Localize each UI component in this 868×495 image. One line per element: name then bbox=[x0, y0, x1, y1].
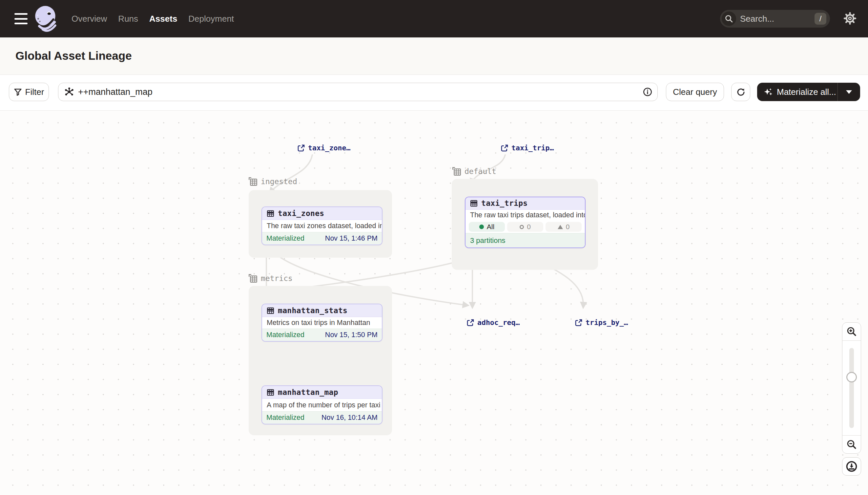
group-table-icon bbox=[248, 176, 258, 186]
asset-node-manhattan-map[interactable]: manhattan_map A map of the number of tri… bbox=[262, 386, 383, 424]
zoom-controls bbox=[842, 322, 861, 454]
nav-item-overview[interactable]: Overview bbox=[72, 14, 107, 24]
asset-status-footer: Materialized Nov 15, 1:50 PM bbox=[262, 328, 382, 341]
asset-node-taxi-trips[interactable]: taxi_trips The raw taxi trips dataset, l… bbox=[465, 197, 586, 248]
search-icon bbox=[722, 12, 736, 26]
filter-label: Filter bbox=[25, 87, 44, 97]
external-asset-taxi-zone[interactable]: taxi_zone… bbox=[297, 144, 350, 152]
asset-name: taxi_trips bbox=[481, 199, 528, 207]
materialize-all-split-button[interactable]: Materialize all... bbox=[757, 83, 860, 101]
sparkle-icon bbox=[764, 87, 773, 97]
partitions-missing-count: 0 bbox=[566, 223, 570, 231]
asset-description: The raw taxi zones dataset, loaded int..… bbox=[262, 220, 382, 232]
group-table-icon bbox=[452, 167, 462, 176]
search-input[interactable] bbox=[740, 14, 815, 24]
group-table-icon bbox=[248, 273, 258, 283]
asset-description: The raw taxi trips dataset, loaded into … bbox=[465, 210, 585, 221]
materialize-options-dropdown[interactable] bbox=[838, 90, 860, 94]
global-search[interactable]: / bbox=[720, 10, 830, 28]
external-asset-adhoc-req[interactable]: adhoc_req… bbox=[466, 319, 520, 327]
materialized-status: Materialized bbox=[266, 234, 304, 243]
menu-icon[interactable] bbox=[14, 13, 28, 24]
asset-name: taxi_zones bbox=[278, 209, 324, 218]
materialized-timestamp[interactable]: Nov 15, 1:50 PM bbox=[325, 331, 377, 339]
materialize-all-label: Materialize all... bbox=[777, 87, 836, 97]
partitions-failed-pill[interactable]: 0 bbox=[507, 222, 543, 232]
group-label-metrics[interactable]: metrics bbox=[248, 273, 293, 283]
materialized-timestamp[interactable]: Nov 16, 10:14 AM bbox=[321, 414, 377, 422]
asset-node-taxi-zones[interactable]: taxi_zones The raw taxi zones dataset, l… bbox=[262, 206, 383, 245]
external-link-icon bbox=[297, 144, 305, 152]
external-asset-taxi-trip[interactable]: taxi_trip… bbox=[501, 144, 554, 152]
asset-selection-input-wrap bbox=[58, 83, 658, 101]
dagster-logo-icon[interactable] bbox=[34, 5, 57, 34]
asset-node-header: taxi_zones bbox=[262, 207, 382, 220]
top-navigation-bar: Overview Runs Assets Deployment / bbox=[0, 0, 868, 37]
settings-gear-icon[interactable] bbox=[844, 12, 856, 26]
asset-description: Metrics on taxi trips in Manhattan bbox=[262, 317, 382, 328]
materialized-dot-icon bbox=[479, 224, 484, 229]
asset-name: manhattan_map bbox=[278, 388, 338, 396]
partitions-failed-count: 0 bbox=[527, 223, 531, 231]
failed-ring-icon bbox=[520, 225, 524, 229]
asset-description: A map of the number of trips per taxi z.… bbox=[262, 399, 382, 411]
page-header: Global Asset Lineage Reload definitions bbox=[0, 37, 868, 75]
clear-query-button[interactable]: Clear query bbox=[666, 83, 724, 101]
group-label-default[interactable]: default bbox=[452, 167, 496, 176]
nav-item-runs[interactable]: Runs bbox=[118, 14, 138, 24]
funnel-icon bbox=[14, 88, 22, 96]
zoom-in-button[interactable] bbox=[843, 323, 861, 341]
zoom-out-button[interactable] bbox=[843, 435, 861, 453]
external-asset-name: taxi_trip… bbox=[511, 144, 554, 152]
asset-node-manhattan-stats[interactable]: manhattan_stats Metrics on taxi trips in… bbox=[262, 304, 383, 342]
graph-query-icon bbox=[64, 87, 74, 97]
clear-query-label: Clear query bbox=[673, 87, 717, 97]
zoom-slider-track[interactable] bbox=[849, 348, 854, 428]
filter-button[interactable]: Filter bbox=[9, 83, 49, 101]
zoom-slider-thumb[interactable] bbox=[846, 372, 857, 382]
asset-status-footer: Materialized Nov 16, 10:14 AM bbox=[262, 411, 382, 424]
zoom-in-icon bbox=[846, 326, 857, 337]
materialize-all-button[interactable]: Materialize all... bbox=[757, 87, 837, 97]
page-title: Global Asset Lineage bbox=[15, 49, 132, 62]
table-icon bbox=[267, 210, 274, 217]
partitions-materialized-pill[interactable]: All bbox=[469, 222, 505, 232]
asset-name: manhattan_stats bbox=[278, 306, 348, 315]
materialized-status: Materialized bbox=[266, 331, 304, 339]
chevron-down-icon bbox=[846, 90, 852, 94]
nav-item-deployment[interactable]: Deployment bbox=[188, 14, 234, 24]
external-link-icon bbox=[466, 319, 474, 327]
external-link-icon bbox=[575, 319, 583, 327]
external-asset-trips-by[interactable]: trips_by_… bbox=[575, 319, 628, 327]
asset-selection-input[interactable] bbox=[78, 87, 643, 97]
center-download-icon bbox=[846, 461, 857, 472]
partitions-missing-pill[interactable]: 0 bbox=[546, 222, 582, 232]
materialized-timestamp[interactable]: Nov 15, 1:46 PM bbox=[325, 234, 377, 243]
group-label-ingested[interactable]: ingested bbox=[248, 176, 297, 186]
lineage-toolbar: Filter Clear query bbox=[0, 75, 868, 110]
primary-nav: Overview Runs Assets Deployment bbox=[72, 0, 234, 37]
materialized-status: Materialized bbox=[266, 414, 304, 422]
asset-node-header: manhattan_map bbox=[262, 386, 382, 399]
refresh-graph-button[interactable] bbox=[731, 83, 750, 101]
partitions-footer[interactable]: 3 partitions bbox=[465, 233, 585, 248]
table-icon bbox=[470, 200, 478, 207]
partitions-all-label: All bbox=[487, 223, 494, 231]
missing-triangle-icon bbox=[558, 225, 563, 229]
group-name: ingested bbox=[261, 177, 297, 186]
lineage-canvas[interactable] bbox=[0, 110, 868, 495]
zoom-slider[interactable] bbox=[843, 341, 861, 435]
nav-item-assets[interactable]: Assets bbox=[149, 14, 177, 24]
asset-node-header: manhattan_stats bbox=[262, 304, 382, 317]
zoom-out-icon bbox=[846, 439, 857, 450]
group-name: metrics bbox=[261, 274, 293, 283]
refresh-icon bbox=[737, 88, 745, 97]
external-asset-name: adhoc_req… bbox=[477, 319, 520, 327]
recenter-view-button[interactable] bbox=[842, 457, 861, 476]
external-asset-name: trips_by_… bbox=[586, 319, 628, 327]
external-asset-name: taxi_zone… bbox=[308, 144, 350, 152]
info-icon[interactable] bbox=[643, 87, 652, 97]
asset-status-footer: Materialized Nov 15, 1:46 PM bbox=[262, 232, 382, 244]
asset-node-header: taxi_trips bbox=[465, 197, 585, 210]
group-name: default bbox=[464, 167, 496, 176]
